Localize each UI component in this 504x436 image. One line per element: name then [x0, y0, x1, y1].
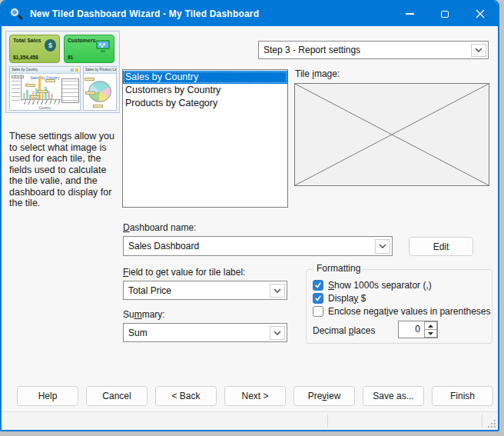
maximize-button[interactable]	[427, 2, 463, 26]
step-selector-combobox[interactable]: Step 3 - Report settings	[258, 41, 489, 59]
preview-tile-total-sales: Total Sales $ $1,354,458	[9, 35, 60, 63]
negative-parentheses-label: Enclose negative values in parentheses	[328, 306, 490, 317]
spinner-buttons	[424, 321, 437, 338]
monitor-users-icon	[96, 40, 110, 49]
check-icon	[314, 281, 322, 288]
thousands-separator-label: Show 1000s separator (,)	[328, 280, 432, 291]
preview-tile-value: $1,354,458	[13, 55, 38, 60]
field-for-label-combobox[interactable]: Total Price	[123, 281, 287, 300]
preview-legend	[61, 78, 79, 103]
preview-x-axis-ticks	[22, 100, 60, 105]
chevron-down-icon	[270, 326, 285, 340]
statusbar	[2, 411, 498, 430]
preview-pie-chart-panel: Sales by Product Category	[83, 66, 117, 111]
negative-parentheses-checkbox[interactable]	[313, 306, 323, 317]
preview-data-label-chip	[30, 95, 40, 98]
window-title: New Tiled Dashboard Wizard - My Tiled Da…	[30, 8, 259, 19]
field-for-label-value: Total Price	[128, 285, 171, 296]
titlebar: New Tiled Dashboard Wizard - My Tiled Da…	[2, 2, 498, 26]
check-icon	[314, 295, 322, 301]
display-dollar-checkbox[interactable]	[313, 293, 323, 304]
spin-up-button[interactable]	[424, 321, 437, 330]
statusbar-divider	[327, 414, 328, 428]
money-bag-icon: $	[45, 39, 56, 52]
summary-combobox[interactable]: Sum	[123, 323, 287, 342]
preview-data-label-chip	[45, 79, 55, 82]
preview-data-label-chip	[85, 78, 94, 81]
window-controls	[392, 2, 498, 26]
display-dollar-label: Display $	[328, 293, 366, 304]
resize-grip[interactable]	[486, 418, 496, 428]
tile-image-placeholder	[294, 83, 489, 186]
field-for-label-label: Field to get value for tile label:	[123, 267, 245, 278]
dashboard-preview-thumbnail: Total Sales $ $1,354,458 Customers 91 Sa…	[5, 31, 120, 113]
app-magnifier-icon	[10, 8, 23, 21]
cancel-button[interactable]: Cancel	[86, 386, 148, 406]
preview-button[interactable]: Preview	[293, 386, 355, 406]
preview-tile-value: 91	[68, 55, 73, 60]
tile-image-label: Tile image:	[295, 68, 340, 79]
screen: New Tiled Dashboard Wizard - My Tiled Da…	[0, 0, 504, 436]
decimal-places-value[interactable]: 0	[399, 321, 424, 338]
chevron-down-icon	[270, 284, 285, 298]
edit-button[interactable]: Edit	[409, 237, 473, 256]
preview-toolbar-icons	[75, 68, 78, 72]
back-button[interactable]: < Back	[155, 386, 217, 406]
preview-y-axis-labels	[12, 81, 20, 102]
checkbox-row-display-dollar[interactable]: Display $	[313, 292, 366, 304]
preview-data-label-chip	[25, 84, 35, 87]
list-item-sales-by-country[interactable]: Sales by Country	[123, 71, 287, 84]
preview-data-label-chip	[85, 92, 95, 95]
minimize-button[interactable]	[392, 2, 427, 26]
formatting-group-title: Formatting	[313, 263, 363, 274]
step-selector-value: Step 3 - Report settings	[264, 45, 360, 55]
decimal-places-label: Decimal places	[313, 325, 375, 336]
thousands-separator-checkbox[interactable]	[313, 280, 323, 291]
summary-value: Sum	[128, 328, 148, 338]
wizard-window: New Tiled Dashboard Wizard - My Tiled Da…	[0, 0, 499, 431]
close-button[interactable]	[463, 2, 498, 26]
checkbox-row-thousands-separator[interactable]: Show 1000s separator (,)	[313, 279, 432, 291]
step-description: These settings allow you to select what …	[9, 131, 121, 209]
preview-tile-customers: Customers 91	[64, 35, 114, 63]
dialog-body: Total Sales $ $1,354,458 Customers 91 Sa…	[2, 26, 498, 430]
save-as-button[interactable]: Save as...	[363, 386, 424, 406]
checkbox-row-negative-parentheses[interactable]: Enclose negative values in parentheses	[313, 305, 490, 317]
placeholder-cross-icon	[295, 84, 489, 185]
dashboard-name-label: Dashboard name:	[123, 222, 196, 233]
list-item-customers-by-country[interactable]: Customers by Country	[123, 84, 287, 97]
preview-mini-bar-chart	[21, 75, 61, 100]
preview-data-label-chip	[38, 90, 48, 93]
summary-label: Summary:	[123, 309, 165, 320]
preview-panel-caption: Sales by Country	[10, 67, 80, 74]
spin-down-icon	[428, 332, 433, 335]
statusbar-divider	[482, 414, 482, 428]
decimal-places-spinner[interactable]: 0	[398, 321, 438, 338]
preview-bar-chart-panel: Sales by Country Sales by Country Countr…	[9, 66, 81, 111]
finish-button[interactable]: Finish	[432, 386, 493, 406]
maximize-icon	[441, 11, 449, 18]
spin-down-button[interactable]	[424, 330, 437, 338]
chevron-down-icon	[471, 44, 486, 57]
minimize-icon	[406, 13, 414, 15]
preview-data-label-chip	[93, 105, 103, 108]
next-button[interactable]: Next >	[224, 386, 286, 406]
formatting-groupbox: Formatting Show 1000s separator (,) Disp…	[306, 269, 492, 344]
preview-x-axis-label: Country	[10, 106, 80, 110]
list-item-products-by-category[interactable]: Products by Category	[123, 97, 287, 110]
close-icon	[476, 9, 485, 18]
spin-up-icon	[428, 325, 433, 328]
dashboard-name-value: Sales Dashboard	[128, 241, 199, 251]
preview-panel-caption: Sales by Product Category	[84, 67, 116, 74]
help-button[interactable]: Help	[17, 386, 78, 406]
chevron-down-icon	[375, 239, 390, 254]
dashboard-name-combobox[interactable]: Sales Dashboard	[123, 236, 393, 256]
report-listbox[interactable]: Sales by Country Customers by Country Pr…	[122, 69, 288, 208]
